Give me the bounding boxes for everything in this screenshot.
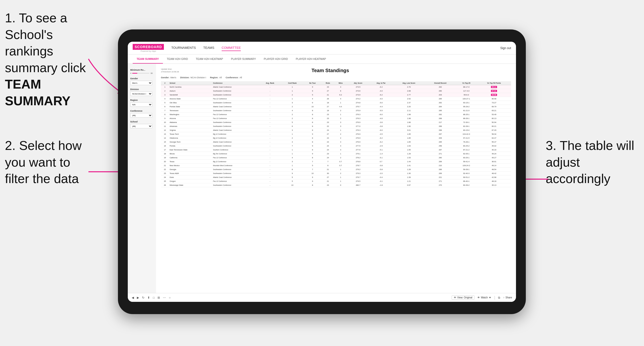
cell-adj-score: 276.9: [347, 136, 369, 140]
cell-low-score: 262: [425, 101, 456, 105]
table-row: 5 Ole Miss Southeastern Conference - 3 6…: [161, 101, 511, 105]
cell-avg-low: 2.88: [393, 89, 425, 93]
sub-nav: TEAM SUMMARY TEAM H2H GRID TEAM H2H HEAT…: [128, 54, 516, 64]
standings-table: # School Conference Avg. Rank Conf Rank …: [161, 81, 511, 187]
tab-player-summary[interactable]: PLAYER SUMMARY: [227, 54, 260, 64]
tab-player-h2h-grid[interactable]: PLAYER H2H GRID: [260, 54, 292, 64]
tab-team-summary[interactable]: TEAM SUMMARY: [133, 54, 163, 64]
toolbar-bookmark-icon[interactable]: □: [153, 296, 154, 299]
min-rounds-slider[interactable]: [132, 73, 150, 74]
share-button[interactable]: ↑ Share: [503, 296, 512, 299]
cell-school: Texas A&M: [169, 172, 212, 175]
cell-conf-rank: 8: [281, 168, 304, 172]
cell-conf-rank: 5: [281, 179, 304, 183]
cell-conference: Pac-12 Conference: [212, 179, 259, 183]
cell-overall: 63-15-1: [456, 101, 477, 105]
cell-avg-par: -5.8: [369, 168, 393, 172]
cell-avg-rank: -: [259, 179, 281, 183]
tab-player-h2h-heatmap[interactable]: PLAYER H2H HEATMAP: [292, 54, 330, 64]
toolbar-copy-icon[interactable]: ⧉: [498, 296, 500, 299]
cell-no-tour: 9: [304, 85, 322, 89]
tab-team-h2h-heatmap[interactable]: TEAM H2H HEATMAP: [192, 54, 227, 64]
cell-conference: Mountain West Conference: [212, 164, 259, 168]
cell-rank: 26: [161, 183, 169, 187]
cell-overall: 92-40-3: [456, 172, 477, 175]
cell-wins: 4: [334, 144, 347, 148]
table-row: 6 Florida State Atlantic Coast Conferenc…: [161, 105, 511, 109]
nav-teams[interactable]: TEAMS: [203, 45, 214, 51]
cell-conference: Southeastern Conference: [212, 172, 259, 175]
cell-rank: 7: [161, 109, 169, 113]
cell-overall: 88-17-0: [456, 85, 477, 89]
tab-team-h2h-grid[interactable]: TEAM H2H GRID: [163, 54, 192, 64]
region-select[interactable]: N/A: [130, 102, 152, 107]
cell-rank: 8: [161, 113, 169, 117]
cell-avg-par: -5.0: [369, 101, 393, 105]
division-select[interactable]: NCAA Division I: [130, 92, 152, 96]
cell-avg-rank: -: [259, 148, 281, 152]
cell-avg-rank: -: [259, 128, 281, 132]
cell-avg-par: -5.5: [369, 109, 393, 113]
cell-overall: 61-21-0: [456, 109, 477, 113]
table-row: 25 Oregon Pac-12 Conference - 5 9 21 1 2…: [161, 179, 511, 183]
min-rounds-slider-container: 4 30: [130, 72, 154, 74]
conference-filter-label: Conference:: [226, 76, 238, 79]
toolbar-back-icon[interactable]: ◀: [132, 296, 134, 299]
cell-avg-par: -2.9: [369, 144, 393, 148]
conference-select[interactable]: (All): [130, 113, 152, 118]
cell-wins: 4: [334, 85, 347, 89]
cell-rnds: 21: [322, 179, 334, 183]
toolbar-tabs-icon[interactable]: ⊞: [158, 296, 160, 299]
cell-wins: 2: [334, 136, 347, 140]
table-row: 26 Mississippi State Southeastern Confer…: [161, 183, 511, 187]
cell-top50: 60.13: [477, 117, 511, 121]
cell-rank: 12: [161, 128, 169, 132]
cell-wins: 3: [334, 121, 347, 124]
cell-adj-score: 273.9: [347, 93, 369, 97]
cell-conference: Big 12 Conference: [212, 160, 259, 164]
toolbar-clock-icon[interactable]: ○: [169, 296, 170, 299]
cell-avg-rank: -: [259, 121, 281, 124]
cell-no-tour: 8: [304, 117, 322, 121]
cell-school: California: [169, 156, 212, 160]
view-label: View: Original: [457, 296, 472, 299]
sign-out-link[interactable]: Sign out: [500, 46, 511, 50]
watch-button[interactable]: 👁 Watch ▼: [478, 296, 491, 299]
view-original-button[interactable]: 👁 View: Original: [452, 296, 475, 300]
cell-wins: 2: [334, 172, 347, 175]
cell-rnds: 7: [322, 160, 334, 164]
cell-avg-low: 1.98: [393, 113, 425, 117]
cell-avg-par: -4.4: [369, 105, 393, 109]
toolbar-refresh-icon[interactable]: ↻: [142, 296, 144, 299]
school-select[interactable]: (All): [130, 124, 152, 128]
cell-rnds: 18: [322, 101, 334, 105]
cell-rank: 16: [161, 144, 169, 148]
cell-top50: 89.11: [477, 85, 511, 89]
cell-overall: 90-51-2: [456, 175, 477, 179]
cell-avg-rank: -: [259, 97, 281, 101]
cell-conf-rank: 1: [281, 152, 304, 156]
cell-wins: 6.2: [334, 93, 347, 97]
cell-avg-rank: -: [259, 144, 281, 148]
cell-top50: 50.94: [477, 121, 511, 124]
gender-select[interactable]: Men's: [130, 81, 152, 85]
table-row: 8 Washington Pac-12 Conference - 2 8 23 …: [161, 113, 511, 117]
toolbar-forward-icon[interactable]: ▶: [137, 296, 139, 299]
cell-top50: 63.21: [477, 109, 511, 113]
toolbar-grid-icon[interactable]: ⋯: [163, 296, 166, 299]
nav-tournaments[interactable]: TOURNAMENTS: [171, 45, 196, 51]
cell-school: East Tennessee State: [169, 148, 212, 152]
cell-avg-par: -3.5: [369, 132, 393, 136]
toolbar-share-icon2[interactable]: ⬆: [148, 296, 150, 299]
logo-sub: Powered by clippi: [133, 50, 164, 52]
cell-wins: 1: [334, 113, 347, 117]
cell-conference: Pac-12 Conference: [212, 117, 259, 121]
cell-avg-par: -5.1: [369, 148, 393, 152]
nav-committee[interactable]: COMMITTEE: [222, 45, 241, 51]
cell-conf-rank: 3: [281, 160, 304, 164]
cell-conference: Southeastern Conference: [212, 121, 259, 124]
cell-adj-score: 278.2: [347, 156, 369, 160]
cell-no-tour: 8: [304, 121, 322, 124]
cell-school: Mississippi State: [169, 183, 212, 187]
cell-overall: 83-15-0: [456, 128, 477, 132]
